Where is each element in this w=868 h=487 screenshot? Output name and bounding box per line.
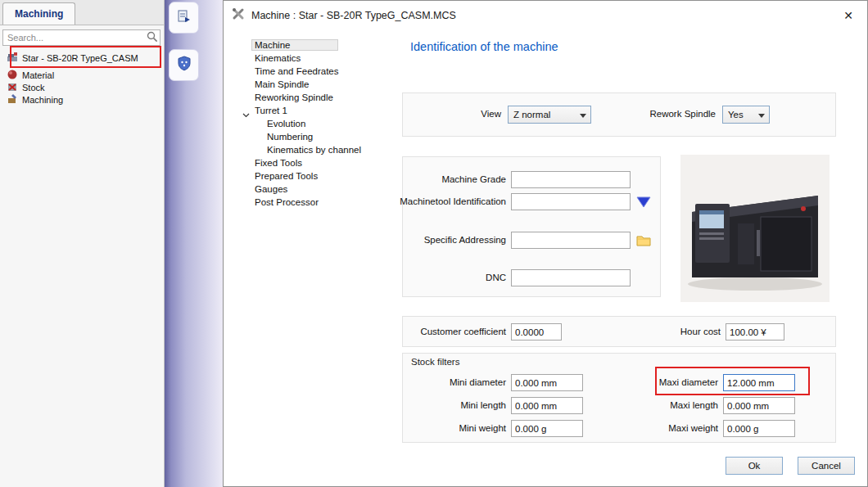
dialog-nav-item-prepared-tools[interactable]: Prepared Tools: [234, 169, 380, 183]
view-label: View: [481, 106, 501, 123]
machinetool-identification-field[interactable]: [511, 193, 631, 210]
shield-tool-button[interactable]: [169, 49, 199, 81]
folder-icon: [636, 234, 651, 246]
maxi-weight-field[interactable]: [723, 420, 795, 437]
mini-diameter-label: Mini diameter: [450, 374, 506, 391]
hour-cost-label: Hour cost: [680, 323, 721, 340]
mini-weight-field[interactable]: [511, 420, 583, 437]
cost-section: Customer coefficient Hour cost: [402, 316, 836, 347]
tree-item-label: Stock: [22, 83, 45, 92]
stock-filters-title: Stock filters: [411, 357, 459, 367]
hour-cost-field[interactable]: [726, 323, 784, 340]
folder-browse-button[interactable]: [635, 232, 652, 247]
identification-picker-button[interactable]: [635, 195, 652, 210]
machine-icon: [7, 52, 18, 65]
dialog-nav-item-reworking-spindle[interactable]: Reworking Spindle: [234, 91, 380, 104]
tree-item-stock[interactable]: Stock: [7, 81, 45, 94]
rework-spindle-select[interactable]: Yes: [722, 106, 770, 124]
maxi-length-field[interactable]: [723, 397, 795, 414]
blue-triangle-icon: [636, 196, 651, 208]
stock-icon: [7, 81, 18, 94]
dialog-nav-item-kinematics[interactable]: Kinematics: [234, 52, 380, 65]
dialog-nav-item-turret-1[interactable]: Turret 1: [234, 104, 380, 117]
dialog-nav-item-machine[interactable]: Machine: [234, 38, 380, 52]
sidebar-search: [2, 29, 160, 46]
dialog-nav-item-post-processor[interactable]: Post Processor: [234, 196, 380, 209]
program-icon: [177, 9, 192, 27]
chevron-down-icon: [758, 114, 765, 118]
maxi-weight-label: Maxi weight: [668, 420, 718, 437]
dialog-nav-item-fixed-tools[interactable]: Fixed Tools: [234, 156, 380, 169]
search-input[interactable]: [2, 29, 160, 46]
dialog-nav-item-time-and-feedrates[interactable]: Time and Feedrates: [234, 65, 380, 78]
material-icon: [7, 69, 18, 82]
machine-tool-icon: [232, 7, 245, 24]
mini-diameter-field[interactable]: [511, 374, 583, 391]
maxi-diameter-label: Maxi diameter: [659, 374, 718, 391]
dialog-nav-tree: Machine Kinematics Time and Feedrates Ma…: [234, 38, 380, 209]
vertical-toolbar: [165, 0, 223, 487]
ok-button[interactable]: Ok: [726, 457, 783, 475]
tab-machining[interactable]: Machining: [2, 2, 75, 25]
chevron-down-icon: [580, 114, 586, 118]
mini-length-field[interactable]: [511, 397, 583, 414]
machinetool-identification-label: Machinetool Identification: [400, 193, 506, 210]
tree-item-label: Star - SB-20R TypeG_CASM: [22, 53, 138, 63]
maxi-length-label: Maxi length: [670, 397, 718, 414]
cancel-button[interactable]: Cancel: [798, 457, 855, 475]
identification-section: Machine Grade Machinetool Identification…: [402, 156, 661, 297]
close-icon[interactable]: ✕: [839, 7, 857, 24]
view-select[interactable]: Z normal: [508, 106, 591, 124]
dialog-nav-item-main-spindle[interactable]: Main Spindle: [234, 78, 380, 91]
stock-filters-section: Stock filters Mini diameter Maxi diamete…: [402, 353, 836, 443]
dialog-nav-item-numbering[interactable]: Numbering: [234, 130, 380, 143]
dnc-field[interactable]: [511, 269, 631, 286]
machine-grade-field[interactable]: [511, 171, 631, 188]
specific-addressing-field[interactable]: [511, 232, 631, 249]
maxi-diameter-field[interactable]: [723, 374, 795, 391]
machine-dialog: Machine : Star - SB-20R TypeG_CASM.MCS ✕…: [223, 0, 868, 487]
dialog-title: Machine : Star - SB-20R TypeG_CASM.MCS: [251, 10, 456, 21]
application-window: Machining Star - SB-20R TypeG_CASM Mater…: [0, 0, 868, 487]
search-icon[interactable]: [147, 31, 158, 46]
machine-photo: [680, 155, 830, 302]
specific-addressing-label: Specific Addressing: [424, 232, 506, 249]
tree-item-star[interactable]: Star - SB-20R TypeG_CASM: [7, 52, 138, 65]
dialog-nav-item-kinematics-by-channel[interactable]: Kinematics by channel: [234, 143, 380, 156]
view-section: View Z normal Rework Spindle Yes: [402, 92, 836, 137]
dialog-nav-item-gauges[interactable]: Gauges: [234, 183, 380, 196]
tree-item-label: Material: [22, 70, 54, 80]
customer-coefficient-field[interactable]: [511, 323, 562, 340]
rework-spindle-select-value: Yes: [728, 110, 744, 119]
tree-item-material[interactable]: Material: [7, 69, 54, 82]
program-tool-button[interactable]: [169, 2, 199, 34]
view-select-value: Z normal: [513, 110, 550, 119]
machine-grade-label: Machine Grade: [441, 171, 506, 188]
rework-spindle-label: Rework Spindle: [649, 106, 716, 123]
mini-length-label: Mini length: [460, 397, 506, 414]
dialog-titlebar: Machine : Star - SB-20R TypeG_CASM.MCS: [224, 1, 867, 30]
tree-item-machining[interactable]: Machining: [7, 93, 63, 106]
mini-weight-label: Mini weight: [459, 420, 506, 437]
machining-sidebar: Machining Star - SB-20R TypeG_CASM Mater…: [0, 0, 165, 487]
dialog-nav-item-evolution[interactable]: Evolution: [234, 117, 380, 130]
dnc-label: DNC: [486, 269, 506, 286]
shield-icon: [177, 56, 192, 74]
tree-item-label: Machining: [22, 95, 63, 105]
page-title: Identification of the machine: [410, 40, 558, 53]
machining-icon: [7, 93, 18, 106]
customer-coefficient-label: Customer coefficient: [420, 323, 506, 340]
